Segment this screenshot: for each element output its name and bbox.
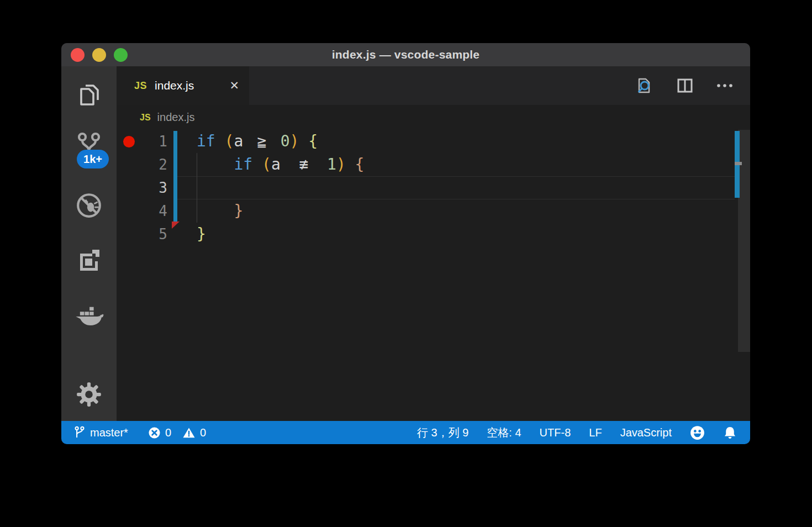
sidebar-item-extensions[interactable]	[76, 247, 102, 273]
breakpoint-dot[interactable]	[123, 136, 135, 147]
editor-actions	[634, 66, 750, 105]
window-title: index.js — vscode-sample	[61, 48, 750, 61]
sidebar-item-settings[interactable]	[75, 381, 103, 408]
js-file-icon-breadcrumb: JS	[140, 113, 151, 123]
js-file-icon: JS	[134, 80, 147, 92]
errors-count: 0	[165, 426, 171, 439]
eol-status[interactable]: LF	[589, 426, 602, 439]
more-actions-icon[interactable]	[716, 83, 734, 88]
code-line-3[interactable]: 3	[117, 176, 750, 199]
warnings-icon	[182, 426, 196, 439]
tab-title: index.js	[155, 79, 194, 92]
line-number[interactable]: 1	[141, 133, 167, 150]
gear-icon	[75, 381, 103, 408]
breakpoint-gutter[interactable]	[117, 223, 141, 246]
debug-disabled-icon	[75, 192, 103, 219]
breakpoint-gutter[interactable]	[117, 176, 141, 199]
git-branch-icon	[73, 426, 86, 439]
current-line-highlight	[176, 176, 735, 199]
feedback-smiley-icon[interactable]	[690, 425, 705, 440]
split-editor-icon[interactable]	[676, 77, 694, 94]
source-control-badge: 1k+	[77, 150, 109, 168]
overview-ruler-cursor-mark	[735, 162, 742, 165]
sidebar-item-docker[interactable]	[73, 303, 104, 331]
search-editor-icon[interactable]	[634, 76, 654, 96]
vscode-window: index.js — vscode-sample	[61, 43, 750, 444]
encoding-status[interactable]: UTF-8	[540, 426, 571, 439]
breakpoint-gutter[interactable]	[117, 199, 141, 223]
errors-icon	[148, 426, 161, 439]
breadcrumb[interactable]: JS index.js	[117, 105, 750, 130]
scrollbar[interactable]	[735, 130, 750, 421]
cursor-position-status[interactable]: 行 3，列 9	[417, 425, 468, 440]
close-tab-icon[interactable]: ✕	[229, 79, 239, 92]
git-branch-status[interactable]: master*	[73, 426, 128, 439]
code-text[interactable]: }	[197, 199, 243, 223]
code-line-5[interactable]: 5}	[117, 223, 750, 246]
code-text[interactable]: }	[197, 223, 206, 246]
docker-icon	[73, 303, 104, 331]
line-number[interactable]: 3	[141, 180, 167, 196]
notifications-bell-icon[interactable]	[723, 425, 737, 440]
breakpoint-gutter[interactable]	[117, 153, 141, 176]
breakpoint-gutter-with-dot[interactable]	[117, 130, 141, 153]
code-editor[interactable]: 1if (a ≧ 0) {2 if (a ≢ 1) {34 }5}	[117, 130, 750, 421]
code-text[interactable]: if (a ≢ 1) {	[197, 153, 364, 176]
sidebar-item-debug[interactable]	[75, 192, 103, 219]
explorer-files-icon	[76, 81, 102, 108]
warnings-count: 0	[200, 426, 206, 439]
line-number[interactable]: 5	[141, 226, 167, 243]
gutter-modified-indicator	[173, 131, 177, 222]
code-line-2[interactable]: 2 if (a ≢ 1) {	[117, 153, 750, 176]
activity-bar: 1k+	[61, 66, 117, 421]
line-number[interactable]: 4	[141, 203, 167, 219]
indent-guide	[197, 153, 197, 223]
tab-bar: JS index.js ✕	[117, 66, 750, 105]
title-bar: index.js — vscode-sample	[61, 43, 750, 66]
status-bar: master* 0	[61, 421, 750, 444]
language-mode-status[interactable]: JavaScript	[620, 426, 672, 439]
code-line-4[interactable]: 4 }	[117, 199, 750, 223]
code-line-1[interactable]: 1if (a ≧ 0) {	[117, 130, 750, 153]
tab-index-js[interactable]: JS index.js ✕	[117, 66, 249, 105]
branch-name: master*	[90, 426, 128, 439]
line-number[interactable]: 2	[141, 156, 167, 173]
code-lines: 1if (a ≧ 0) {2 if (a ≢ 1) {34 }5}	[117, 130, 750, 246]
indentation-status[interactable]: 空格: 4	[487, 425, 521, 440]
sidebar-item-explorer[interactable]	[76, 81, 102, 108]
code-text[interactable]: if (a ≧ 0) {	[197, 130, 318, 153]
extensions-icon	[76, 247, 102, 273]
problems-status[interactable]: 0 0	[148, 426, 206, 439]
breadcrumb-filename[interactable]: index.js	[157, 111, 195, 124]
